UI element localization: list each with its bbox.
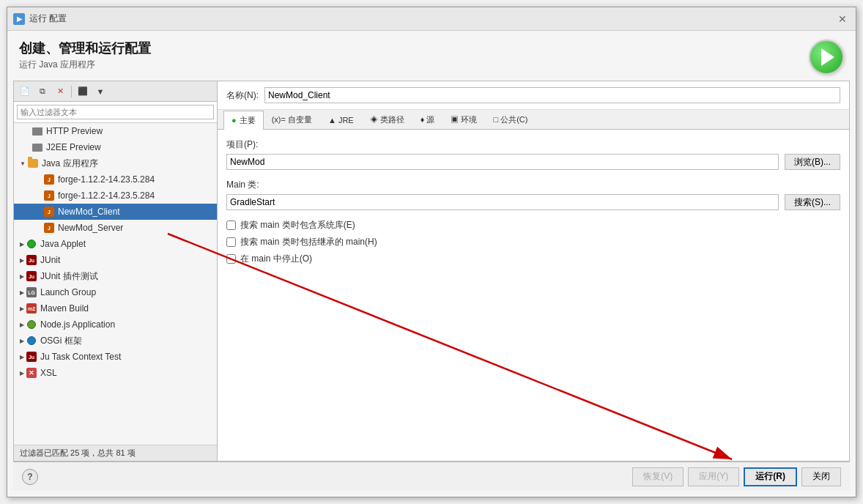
tree-item-newmod-client[interactable]: J NewMod_Client bbox=[14, 204, 217, 220]
filter-status: 过滤器已匹配 25 项，总共 81 项 bbox=[14, 445, 217, 461]
main-content: 📄 ⧉ ✕ ⬛ ▼ HTTP P bbox=[13, 81, 850, 462]
run-button[interactable]: 运行(R) bbox=[744, 467, 797, 486]
tab-content-main: 项目(P): 浏览(B)... Main 类: 搜索(S)... bbox=[218, 130, 849, 461]
bottom-bar: ? 恢复(V) 应用(Y) 运行(R) 关闭 bbox=[13, 462, 850, 491]
right-panel: 名称(N): ● 主要 (x)= 自变量 ▲ JRE bbox=[218, 81, 849, 461]
tree-item-launch-group[interactable]: ▶ LG Launch Group bbox=[14, 284, 217, 300]
tab-main[interactable]: ● 主要 bbox=[223, 111, 264, 130]
restore-button[interactable]: 恢复(V) bbox=[632, 467, 684, 486]
tab-env[interactable]: ▣ 环境 bbox=[442, 110, 485, 129]
tree-item-java-applet[interactable]: ▶ Java Applet bbox=[14, 236, 217, 252]
junit-icon: Ju bbox=[26, 254, 37, 266]
tab-common[interactable]: □ 公共(C) bbox=[486, 110, 536, 129]
j2ee-icon bbox=[32, 141, 43, 153]
browse-project-button[interactable]: 浏览(B)... bbox=[785, 154, 840, 170]
osgi-icon bbox=[26, 335, 37, 346]
java-app-icon-4: J bbox=[43, 222, 55, 234]
tree-item-j2ee-preview[interactable]: J2EE Preview bbox=[14, 139, 217, 155]
tree-item-http-preview[interactable]: HTTP Preview bbox=[14, 123, 217, 139]
collapse-button[interactable]: ⬛ bbox=[75, 84, 91, 100]
name-row: 名称(N): bbox=[218, 81, 849, 110]
help-button[interactable]: ? bbox=[22, 469, 38, 485]
expand-maven: ▶ bbox=[20, 305, 24, 312]
tab-bar: ● 主要 (x)= 自变量 ▲ JRE ◈ 类路径 ♦ 源 bbox=[218, 110, 849, 130]
main-class-input[interactable] bbox=[226, 194, 779, 210]
tree-item-task-context[interactable]: ▶ Ju Ju Task Context Test bbox=[14, 349, 217, 365]
apply-button[interactable]: 应用(Y) bbox=[688, 467, 739, 486]
tree-item-forge-1[interactable]: J forge-1.12.2-14.23.5.284 bbox=[14, 171, 217, 188]
tree-item-junit-plugin[interactable]: ▶ Ju JUnit 插件测试 bbox=[14, 268, 217, 284]
tab-jre[interactable]: ▲ JRE bbox=[320, 110, 362, 129]
main-class-field-group: Main 类: 搜索(S)... bbox=[226, 179, 840, 210]
tree-item-osgi[interactable]: ▶ OSGi 框架 bbox=[14, 333, 217, 349]
tree-item-newmod-server[interactable]: J NewMod_Server bbox=[14, 220, 217, 236]
copy-config-button[interactable]: ⧉ bbox=[34, 84, 51, 100]
maven-icon: m2 bbox=[26, 303, 37, 314]
checkbox-system-libs[interactable] bbox=[226, 220, 236, 230]
expand-osgi: ▶ bbox=[20, 338, 24, 344]
tree-item-forge-2[interactable]: J forge-1.12.2-14.23.5.284 bbox=[14, 188, 217, 204]
tree-item-maven[interactable]: ▶ m2 Maven Build bbox=[14, 300, 217, 316]
checkbox-row-1: 搜索 main 类时包含系统库(E) bbox=[226, 219, 840, 231]
java-folder-icon bbox=[27, 158, 39, 169]
checkbox-row-2: 搜索 main 类时包括继承的 main(H) bbox=[226, 236, 840, 248]
more-button[interactable]: ▼ bbox=[92, 84, 108, 100]
left-toolbar: 📄 ⧉ ✕ ⬛ ▼ bbox=[14, 81, 217, 102]
close-button[interactable]: 关闭 bbox=[801, 467, 841, 486]
checkbox-label-3: 在 main 中停止(O) bbox=[240, 253, 312, 265]
tree-item-xsl[interactable]: ▶ ✕ XSL bbox=[14, 365, 217, 381]
expand-junit: ▶ bbox=[20, 257, 24, 264]
checkbox-label-2: 搜索 main 类时包括继承的 main(H) bbox=[240, 236, 377, 248]
java-app-icon-3: J bbox=[43, 206, 55, 218]
tab-vars[interactable]: (x)= 自变量 bbox=[264, 110, 320, 129]
expand-java-applet: ▶ bbox=[20, 241, 24, 248]
toolbar-separator bbox=[71, 86, 72, 97]
checkbox-stop-main[interactable] bbox=[226, 254, 236, 264]
junit-plugin-icon: Ju bbox=[26, 270, 37, 282]
config-tree: HTTP Preview J2EE Preview ▼ bbox=[14, 123, 217, 445]
checkbox-label-1: 搜索 main 类时包含系统库(E) bbox=[240, 219, 355, 231]
expand-icon: ▼ bbox=[20, 160, 26, 167]
tab-main-label: 主要 bbox=[240, 115, 256, 126]
new-config-button[interactable]: 📄 bbox=[17, 84, 33, 100]
name-label: 名称(N): bbox=[226, 89, 259, 102]
dialog-icon: ▶ bbox=[13, 13, 25, 25]
dialog-title: 运行 配置 bbox=[29, 12, 67, 25]
tree-item-junit[interactable]: ▶ Ju JUnit bbox=[14, 252, 217, 268]
delete-config-button[interactable]: ✕ bbox=[52, 84, 68, 100]
java-app-icon-2: J bbox=[43, 190, 55, 201]
tab-source[interactable]: ♦ 源 bbox=[412, 110, 443, 129]
tree-item-nodejs[interactable]: ▶ Node.js Application bbox=[14, 316, 217, 333]
config-name-input[interactable] bbox=[264, 87, 840, 103]
expand-task-context: ▶ bbox=[20, 354, 24, 360]
project-input-row: 浏览(B)... bbox=[226, 154, 840, 170]
task-context-label: Ju Task Context Test bbox=[40, 352, 121, 362]
tab-classpath[interactable]: ◈ 类路径 bbox=[362, 110, 412, 129]
search-class-button[interactable]: 搜索(S)... bbox=[785, 194, 840, 210]
project-input[interactable] bbox=[226, 154, 779, 170]
checkbox-row-3: 在 main 中停止(O) bbox=[226, 253, 840, 265]
expand-junit-plugin: ▶ bbox=[20, 273, 24, 280]
expand-nodejs: ▶ bbox=[20, 322, 24, 328]
project-field-group: 项目(P): 浏览(B)... bbox=[226, 138, 840, 170]
expand-launch-group: ▶ bbox=[20, 289, 24, 296]
filter-input-area bbox=[14, 102, 217, 123]
java-applet-icon bbox=[26, 238, 37, 250]
main-class-label: Main 类: bbox=[226, 179, 840, 191]
bottom-left: ? bbox=[22, 469, 38, 485]
dialog-header-subtitle: 运行 Java 应用程序 bbox=[19, 59, 151, 71]
close-window-button[interactable]: ✕ bbox=[835, 12, 850, 26]
checkbox-inherited-main[interactable] bbox=[226, 237, 236, 247]
filter-input[interactable] bbox=[17, 105, 214, 119]
nodejs-icon bbox=[26, 319, 37, 330]
project-label: 项目(P): bbox=[226, 138, 840, 151]
http-icon bbox=[32, 125, 43, 137]
header-area: 创建、管理和运行配置 运行 Java 应用程序 bbox=[7, 31, 856, 78]
tab-main-icon: ● bbox=[232, 116, 237, 125]
xsl-icon: ✕ bbox=[26, 367, 37, 379]
task-context-icon: Ju bbox=[26, 351, 37, 363]
launch-group-icon: LG bbox=[26, 286, 37, 298]
java-app-icon-1: J bbox=[43, 174, 55, 185]
bottom-right: 恢复(V) 应用(Y) 运行(R) 关闭 bbox=[632, 467, 841, 486]
tree-item-java-app-group[interactable]: ▼ Java 应用程序 bbox=[14, 155, 217, 171]
